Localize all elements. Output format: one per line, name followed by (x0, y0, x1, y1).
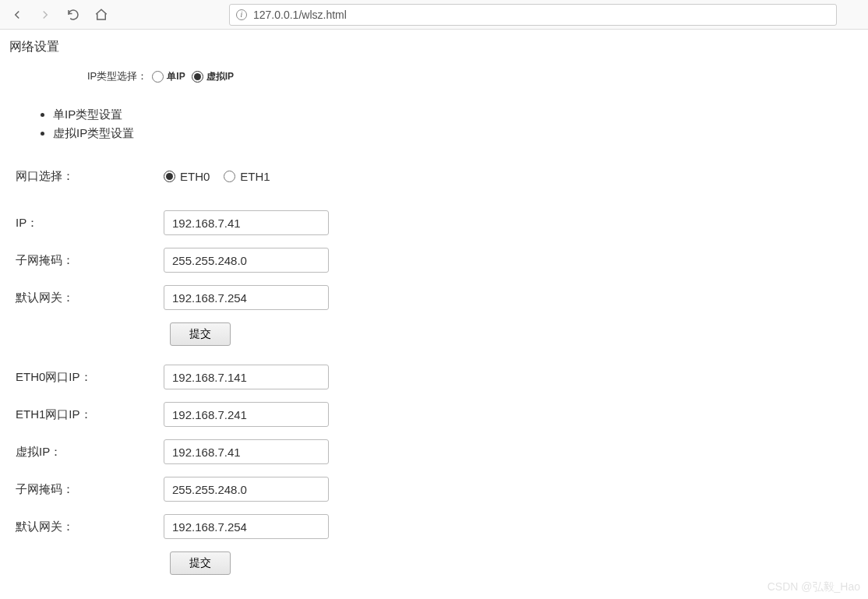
radio-single-ip-label: 单IP (167, 70, 185, 83)
gateway-label-2: 默认网关： (16, 520, 164, 534)
submit-button-2[interactable]: 提交 (170, 551, 231, 575)
subnet-mask-input-2[interactable] (164, 477, 329, 502)
ip-type-label: IP类型选择： (87, 69, 147, 83)
gateway-label: 默认网关： (16, 291, 164, 305)
virtual-ip-input[interactable] (164, 439, 329, 464)
settings-list: 单IP类型设置 虚拟IP类型设置 (41, 105, 859, 143)
eth0-ip-input[interactable] (164, 365, 329, 389)
list-item: 单IP类型设置 (53, 105, 859, 124)
reload-button[interactable] (64, 5, 83, 24)
eth0-ip-label: ETH0网口IP： (16, 370, 164, 385)
ip-input[interactable] (164, 210, 329, 235)
radio-eth1-label: ETH1 (240, 170, 270, 183)
radio-virtual-ip[interactable] (192, 71, 203, 83)
gateway-input-2[interactable] (164, 514, 329, 539)
ip-label: IP： (16, 216, 164, 231)
gateway-input[interactable] (164, 285, 329, 310)
subnet-mask-input[interactable] (164, 248, 329, 273)
page-content: 网络设置 IP类型选择： 单IP 虚拟IP 单IP类型设置 虚拟IP类型设置 网… (0, 30, 868, 584)
radio-eth0[interactable] (164, 171, 175, 182)
page-title: 网络设置 (9, 39, 859, 55)
eth1-ip-input[interactable] (164, 402, 329, 427)
subnet-mask-label-2: 子网掩码： (16, 482, 164, 497)
back-button[interactable] (8, 5, 26, 24)
virtual-ip-label: 虚拟IP： (16, 445, 164, 460)
watermark: CSDN @弘毅_Hao (767, 580, 860, 594)
url-text: 127.0.0.1/wlsz.html (253, 9, 347, 21)
eth1-ip-label: ETH1网口IP： (16, 407, 164, 422)
ip-type-selector-row: IP类型选择： 单IP 虚拟IP (87, 69, 859, 83)
info-icon[interactable]: i (236, 9, 247, 20)
subnet-mask-label: 子网掩码： (16, 253, 164, 268)
eth-select-row: 网口选择： ETH0 ETH1 (16, 169, 859, 184)
radio-single-ip[interactable] (152, 71, 164, 83)
radio-eth1[interactable] (224, 171, 235, 182)
radio-eth0-label: ETH0 (180, 170, 210, 183)
browser-toolbar: i 127.0.0.1/wlsz.html (0, 0, 868, 30)
eth-select-label: 网口选择： (16, 169, 164, 184)
list-item: 虚拟IP类型设置 (53, 124, 859, 143)
radio-virtual-ip-label: 虚拟IP (206, 70, 234, 83)
form-section: 网口选择： ETH0 ETH1 IP： 子网掩码： 默认网关： 提交 (16, 169, 859, 575)
forward-button[interactable] (36, 5, 55, 24)
home-button[interactable] (92, 5, 111, 24)
address-bar[interactable]: i 127.0.0.1/wlsz.html (229, 4, 837, 26)
submit-button-1[interactable]: 提交 (170, 322, 231, 346)
